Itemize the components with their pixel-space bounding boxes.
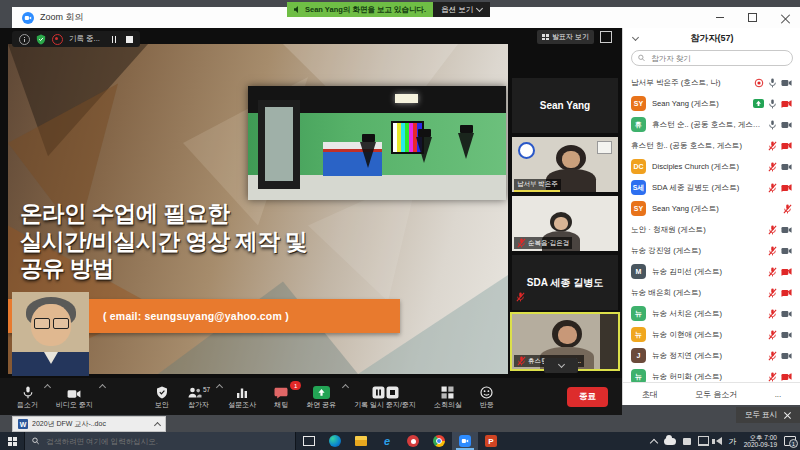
clock-time: 오후 7:00 [744, 434, 777, 442]
toolbar-participants-button[interactable]: 57참가자 [178, 378, 219, 415]
taskbar-search-box[interactable] [24, 432, 296, 450]
chevron-up-icon[interactable] [154, 421, 161, 428]
volume-icon[interactable] [716, 437, 722, 445]
participant-row[interactable]: DCDisciples Church (게스트) [623, 156, 800, 177]
screen-share-banner: Sean Yang의 화면을 보고 있습니다. 옵션 보기 [287, 2, 490, 17]
participant-row[interactable]: 뉴송 배은희 (게스트) [623, 282, 800, 303]
toolbar-security-button[interactable]: 보안 [146, 378, 178, 415]
participant-name: Disciples Church (게스트) [652, 162, 762, 172]
toolbar-chat-button[interactable]: 채팅1 [265, 378, 297, 415]
toolbar-record-button[interactable]: 기록 일시 중지/중지 [345, 378, 425, 415]
toolbar-button-label: 화면 공유 [306, 400, 336, 410]
taskbar-app-hancom[interactable] [400, 432, 426, 450]
security-shield-icon [36, 34, 46, 45]
participant-avatar: 뉴 [631, 306, 646, 321]
toolbar-reactions-button[interactable]: 반응 [471, 378, 503, 415]
participant-status-icons [768, 351, 792, 361]
participant-name: Sean Yang (게스트) [652, 204, 777, 214]
action-center-icon[interactable]: 1 [784, 436, 796, 446]
more-options-button[interactable]: ... [775, 390, 782, 399]
participant-row[interactable]: 뉴송 강진영 (게스트) [623, 240, 800, 261]
share-icon [313, 384, 330, 399]
participant-name: 뉴송 김미선 (게스트) [652, 267, 762, 277]
clock-date: 2020-09-19 [744, 441, 777, 449]
network-icon[interactable] [698, 436, 709, 446]
chevron-up-icon[interactable] [99, 384, 106, 391]
participant-search-input[interactable] [649, 53, 786, 64]
toolbar-breakout-button[interactable]: 소회의실 [425, 378, 471, 415]
studio-photo [248, 86, 506, 200]
end-meeting-button[interactable]: 종료 [567, 387, 608, 407]
minimized-document-bar[interactable]: W 2020년 DFW 교사-..doc [12, 416, 166, 432]
active-speaker-underline [514, 190, 560, 192]
participant-row[interactable]: 휴스턴 한.. (공동 호스트, 게스트) [623, 135, 800, 156]
taskbar-search-input[interactable] [44, 436, 288, 447]
ime-indicator[interactable]: 가 [729, 436, 737, 447]
taskbar-app-task-view[interactable] [296, 432, 322, 450]
toolbar-share-button[interactable]: 화면 공유 [297, 378, 345, 415]
stop-recording-icon[interactable] [126, 36, 133, 43]
file-explorer-icon [355, 436, 367, 446]
participant-row[interactable]: SYSean Yang (게스트) [623, 93, 800, 114]
info-icon[interactable] [19, 34, 30, 45]
close-icon[interactable] [781, 13, 790, 22]
toolbar-polls-button[interactable]: 설문조사 [219, 378, 265, 415]
video-tile[interactable]: 순복음·김은경 [512, 196, 618, 251]
toolbar-button-label: 기록 일시 중지/중지 [354, 400, 416, 410]
presenter-webcam-video [12, 292, 89, 376]
video-tile[interactable]: Sean Yang [512, 78, 618, 133]
taskbar-clock[interactable]: 오후 7:00 2020-09-19 [744, 434, 777, 449]
mute-all-button[interactable]: 모두 음소거 [695, 389, 737, 400]
participant-search-box[interactable] [631, 50, 793, 66]
participant-row[interactable]: 남서부 박은주 (호스트, 나) [623, 72, 800, 93]
video-strip-scroll-button[interactable] [544, 358, 578, 373]
fullscreen-icon[interactable] [600, 31, 612, 43]
invite-button[interactable]: 초대 [642, 389, 658, 400]
participant-row[interactable]: SYSean Yang (게스트) [623, 198, 800, 219]
taskbar-app-chrome[interactable] [426, 432, 452, 450]
participant-avatar: DC [631, 159, 646, 174]
video-icon [67, 384, 81, 399]
toolbar-video-button[interactable]: 비디오 중지 [47, 378, 102, 415]
minimize-icon[interactable] [716, 17, 724, 18]
participant-row[interactable]: M뉴송 김미선 (게스트) [623, 261, 800, 282]
onedrive-icon[interactable] [664, 438, 676, 445]
participant-row[interactable]: J뉴송 정지연 (게스트) [623, 345, 800, 366]
taskbar-app-powerpoint[interactable]: P [478, 432, 504, 450]
video-tile[interactable]: 남서부 박은주 [512, 137, 618, 192]
taskbar-app-explorer[interactable] [348, 432, 374, 450]
maximize-icon[interactable] [748, 13, 757, 22]
participant-status-icons [783, 204, 792, 214]
speaker-view-button[interactable]: 발표자 보기 [537, 30, 594, 44]
view-options-button[interactable]: 옵션 보기 [433, 2, 490, 17]
polls-icon [236, 384, 248, 399]
record-icon [372, 384, 399, 399]
participant-row[interactable]: 휴휴스턴 순.. (공동 호스트, 게스트) [623, 114, 800, 135]
taskbar-app-ie[interactable]: e [374, 432, 400, 450]
video-tile[interactable]: SDA 세종 길병도 [512, 255, 618, 310]
internet-explorer-icon: e [384, 435, 390, 447]
participant-status-icons [753, 99, 792, 109]
participant-status-icons [754, 78, 792, 88]
start-button[interactable] [0, 432, 24, 450]
participant-row[interactable]: 뉴뉴송 서치은 (게스트) [623, 303, 800, 324]
zoom-app-icon [459, 435, 471, 447]
pause-recording-icon[interactable] [112, 36, 117, 43]
toolbar-mute-button[interactable]: 음소거 [8, 378, 47, 415]
participant-row[interactable]: 뉴뉴송 이현애 (게스트) [623, 324, 800, 345]
show-all-close-icon[interactable] [784, 412, 791, 419]
participant-row[interactable]: S세SDA 세종 길병도 (게스트) [623, 177, 800, 198]
share-banner-message: Sean Yang의 화면을 보고 있습니다. [287, 2, 433, 17]
participant-status-icons [768, 309, 792, 319]
system-tray: 가 오후 7:00 2020-09-19 1 [651, 432, 800, 450]
taskbar-app-zoom[interactable] [452, 432, 478, 450]
taskbar-app-edge[interactable] [322, 432, 348, 450]
participant-row[interactable]: 노안 · 청재원 (게스트) [623, 219, 800, 240]
tray-app-icon[interactable] [683, 438, 691, 445]
show-all-label[interactable]: 모두 표시 [745, 410, 777, 420]
chevron-down-icon [476, 5, 483, 12]
tray-expand-icon[interactable] [650, 438, 658, 446]
participant-name: Sean Yang (게스트) [652, 99, 747, 109]
participant-name: 뉴송 허미화 (게스트) [652, 372, 762, 382]
mute-icon [22, 384, 34, 399]
